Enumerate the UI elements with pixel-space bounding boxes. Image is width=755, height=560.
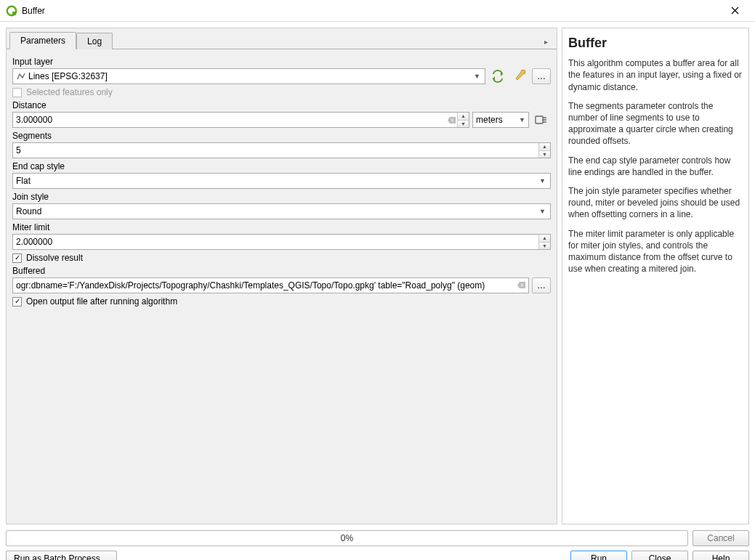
window-close-button[interactable] [720, 1, 749, 21]
distance-value: 3.000000 [16, 115, 445, 125]
clear-distance-icon[interactable] [445, 113, 457, 127]
join-style-value: Round [16, 206, 41, 216]
label-buffered: Buffered [12, 266, 551, 276]
miter-step-down[interactable]: ▼ [539, 242, 550, 250]
segments-spin[interactable]: 5 ▲ ▼ [12, 142, 551, 158]
cancel-button[interactable]: Cancel [693, 530, 749, 546]
help-paragraph: This algorithm computes a buffer area fo… [568, 57, 743, 93]
buffered-output-input[interactable] [12, 277, 529, 293]
browse-input-button[interactable]: … [532, 68, 551, 84]
svg-rect-2 [536, 116, 543, 123]
chevron-down-icon: ▼ [538, 208, 547, 215]
help-paragraph: The miter limit parameter is only applic… [568, 228, 743, 275]
data-defined-icon [535, 114, 548, 126]
label-join-style: Join style [12, 192, 551, 202]
help-paragraph: The segments parameter controls the numb… [568, 100, 743, 147]
browse-output-button[interactable]: … [532, 277, 551, 293]
clear-output-icon[interactable] [517, 280, 525, 291]
units-value: meters [476, 115, 503, 125]
run-batch-button[interactable]: Run as Batch Process… [6, 551, 117, 560]
label-selected-only: Selected features only [26, 87, 113, 97]
label-miter-limit: Miter limit [12, 222, 551, 232]
open-output-checkbox[interactable]: ✓ [12, 297, 22, 307]
progress-bar: 0% [6, 530, 688, 546]
label-distance: Distance [12, 100, 551, 110]
segments-value: 5 [16, 145, 538, 155]
progress-text: 0% [341, 533, 353, 543]
segments-step-down[interactable]: ▼ [539, 150, 550, 158]
miter-limit-spin[interactable]: 2.000000 ▲ ▼ [12, 234, 551, 250]
close-icon [731, 7, 739, 15]
label-dissolve: Dissolve result [26, 253, 83, 263]
distance-step-down[interactable]: ▼ [458, 120, 469, 128]
end-cap-value: Flat [16, 176, 31, 186]
collapse-help-toggle[interactable]: ▸ [541, 35, 551, 49]
line-layer-icon [16, 71, 26, 81]
titlebar: Buffer [0, 0, 755, 22]
miter-step-up[interactable]: ▲ [539, 235, 550, 242]
input-layer-combo[interactable]: Lines [EPSG:32637] ▼ [12, 68, 485, 84]
help-panel: Buffer This algorithm computes a buffer … [562, 28, 749, 524]
label-segments: Segments [12, 131, 551, 141]
label-input-layer: Input layer [12, 57, 551, 67]
data-defined-override-button[interactable] [532, 112, 551, 128]
distance-spin[interactable]: 3.000000 ▲ ▼ [12, 112, 469, 128]
advanced-options-button[interactable] [510, 68, 529, 84]
window-title: Buffer [22, 6, 45, 16]
label-open-output: Open output file after running algorithm [26, 296, 177, 307]
help-paragraph: The end cap style parameter controls how… [568, 155, 743, 178]
chevron-down-icon: ▼ [472, 73, 482, 80]
join-style-combo[interactable]: Round ▼ [12, 203, 551, 219]
selected-features-checkbox [12, 88, 22, 97]
tab-parameters[interactable]: Parameters [9, 32, 76, 49]
chevron-down-icon: ▼ [538, 177, 547, 184]
help-button[interactable]: Help [693, 551, 749, 560]
input-layer-value: Lines [EPSG:32637] [28, 71, 108, 81]
miter-limit-value: 2.000000 [16, 237, 538, 247]
end-cap-combo[interactable]: Flat ▼ [12, 173, 551, 189]
qgis-logo-icon [6, 5, 17, 17]
close-button[interactable]: Close [631, 551, 688, 560]
svg-rect-1 [12, 12, 16, 15]
segments-step-up[interactable]: ▲ [539, 143, 550, 150]
chevron-down-icon: ▼ [519, 116, 525, 123]
iterate-icon [490, 70, 505, 83]
run-button[interactable]: Run [570, 551, 627, 560]
iterate-features-button[interactable] [488, 68, 507, 84]
distance-units-combo[interactable]: meters ▼ [472, 112, 529, 128]
dissolve-checkbox[interactable]: ✓ [12, 253, 22, 263]
wrench-icon [513, 70, 526, 83]
distance-step-up[interactable]: ▲ [458, 113, 469, 120]
buffered-output-value[interactable] [16, 280, 514, 291]
label-end-cap: End cap style [12, 161, 551, 171]
help-title: Buffer [568, 34, 743, 52]
tab-log[interactable]: Log [76, 33, 113, 49]
parameters-panel: Parameters Log ▸ Input layer Lines [EPSG… [6, 28, 557, 524]
help-paragraph: The join style parameter specifies wheth… [568, 185, 743, 221]
